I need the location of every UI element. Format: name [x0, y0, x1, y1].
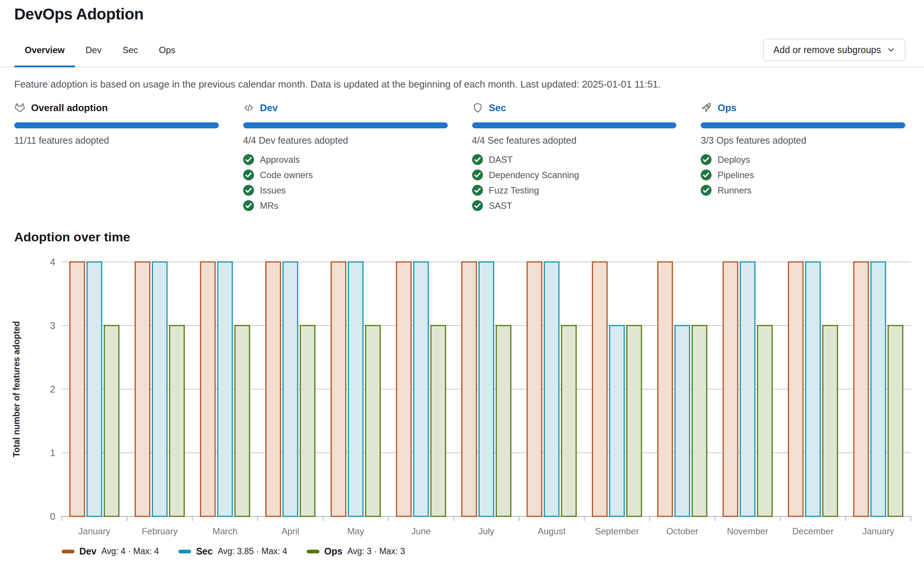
bar-dev-11[interactable] — [789, 262, 803, 516]
feature-label: SAST — [489, 201, 513, 211]
feature-label: Pipelines — [717, 170, 754, 180]
bar-ops-8[interactable] — [627, 326, 642, 516]
x-axis-label: November — [727, 526, 768, 536]
bar-sec-3[interactable] — [283, 262, 298, 516]
bar-sec-9[interactable] — [675, 326, 690, 516]
bar-sec-4[interactable] — [348, 262, 363, 516]
dev-legend-stats: Avg: 4 · Max: 4 — [101, 546, 159, 556]
feature-label: Approvals — [260, 155, 300, 165]
dev-feature-list: ApprovalsCode ownersIssuesMRs — [243, 152, 448, 213]
feature-item: DAST — [472, 152, 677, 167]
chart-legend: Dev Avg: 4 · Max: 4 Sec Avg: 3.85 · Max:… — [62, 546, 924, 557]
bar-ops-11[interactable] — [823, 326, 838, 516]
x-axis-label: December — [792, 526, 834, 536]
chart-title: Adoption over time — [14, 230, 910, 244]
card-sec: Sec 4/4 Sec features adopted DASTDepende… — [472, 101, 677, 213]
x-axis-label: January — [862, 526, 894, 536]
bar-sec-6[interactable] — [479, 262, 494, 516]
y-axis-tick-label: 0 — [50, 511, 56, 522]
bar-ops-0[interactable] — [104, 326, 119, 516]
legend-item-dev[interactable]: Dev Avg: 4 · Max: 4 — [62, 546, 159, 557]
tab-overview[interactable]: Overview — [14, 38, 75, 67]
bar-dev-10[interactable] — [723, 262, 738, 516]
dev-progress-bar — [243, 122, 448, 128]
bar-dev-1[interactable] — [135, 262, 150, 516]
y-axis-tick-label: 1 — [50, 447, 56, 458]
bar-ops-3[interactable] — [300, 326, 315, 516]
bar-dev-4[interactable] — [331, 262, 346, 516]
bar-dev-3[interactable] — [266, 262, 280, 516]
add-remove-subgroups-label: Add or remove subgroups — [773, 45, 881, 56]
tab-sec[interactable]: Sec — [112, 38, 148, 67]
tab-ops[interactable]: Ops — [148, 38, 186, 67]
bar-sec-12[interactable] — [871, 262, 885, 516]
tab-dev[interactable]: Dev — [75, 38, 112, 67]
legend-item-ops[interactable]: Ops Avg: 3 · Max: 3 — [307, 546, 405, 557]
bar-dev-6[interactable] — [462, 262, 477, 516]
y-axis-tick-label: 3 — [50, 320, 56, 331]
bar-sec-11[interactable] — [806, 262, 820, 516]
check-circle-icon — [243, 154, 254, 165]
card-title-sec-link[interactable]: Sec — [489, 102, 506, 114]
bar-sec-10[interactable] — [740, 262, 755, 516]
bar-ops-2[interactable] — [235, 326, 249, 516]
legend-item-sec[interactable]: Sec Avg: 3.85 · Max: 4 — [178, 546, 287, 557]
check-circle-icon — [700, 154, 711, 165]
bar-dev-2[interactable] — [201, 262, 215, 516]
ops-legend-stats: Avg: 3 · Max: 3 — [347, 546, 405, 556]
bar-dev-12[interactable] — [854, 262, 868, 516]
check-circle-icon — [472, 154, 483, 165]
sec-legend-swatch — [178, 550, 191, 553]
check-circle-icon — [472, 200, 483, 211]
bar-ops-1[interactable] — [170, 326, 184, 516]
tabs-nav: Overview Dev Sec Ops — [14, 38, 186, 67]
bar-ops-10[interactable] — [758, 326, 772, 516]
feature-item: MRs — [243, 198, 448, 213]
card-title-dev-link[interactable]: Dev — [260, 102, 278, 114]
feature-label: Runners — [717, 185, 752, 196]
x-axis-label: March — [213, 526, 237, 536]
bar-dev-9[interactable] — [658, 262, 672, 516]
x-axis-label: September — [595, 526, 639, 536]
x-axis-label: October — [666, 526, 698, 536]
feature-label: Code owners — [260, 170, 313, 180]
update-note: Feature adoption is based on usage in th… — [14, 78, 910, 90]
feature-label: Fuzz Testing — [489, 185, 539, 196]
feature-label: Issues — [260, 185, 286, 196]
bar-sec-5[interactable] — [414, 262, 428, 516]
adoption-cards: Overall adoption 11/11 features adopted … — [14, 101, 905, 213]
bar-dev-8[interactable] — [592, 262, 607, 516]
ops-legend-label: Ops — [324, 546, 343, 557]
bar-ops-7[interactable] — [561, 326, 576, 516]
code-icon — [243, 102, 254, 113]
bar-ops-5[interactable] — [431, 326, 446, 516]
bar-ops-12[interactable] — [888, 326, 903, 516]
bar-sec-8[interactable] — [610, 326, 624, 516]
bar-sec-7[interactable] — [544, 262, 559, 516]
bar-dev-7[interactable] — [527, 262, 542, 516]
sec-legend-label: Sec — [196, 546, 213, 557]
feature-item: Fuzz Testing — [472, 183, 677, 198]
overall-summary: 11/11 features adopted — [14, 135, 219, 146]
add-remove-subgroups-button[interactable]: Add or remove subgroups — [763, 39, 905, 61]
sec-summary: 4/4 Sec features adopted — [472, 135, 677, 146]
check-circle-icon — [243, 200, 254, 211]
feature-item: SAST — [472, 198, 677, 213]
bar-ops-4[interactable] — [366, 326, 380, 516]
card-title-ops-link[interactable]: Ops — [717, 102, 736, 114]
x-axis-label: July — [478, 526, 495, 536]
bar-dev-5[interactable] — [396, 262, 411, 516]
bar-ops-6[interactable] — [496, 326, 511, 516]
feature-item: Approvals — [243, 152, 448, 167]
dev-legend-label: Dev — [79, 546, 96, 557]
bar-sec-0[interactable] — [87, 262, 102, 516]
bar-ops-9[interactable] — [692, 326, 706, 516]
check-circle-icon — [472, 185, 483, 196]
bar-sec-2[interactable] — [218, 262, 232, 516]
bar-sec-1[interactable] — [152, 262, 167, 516]
x-axis-label: August — [538, 526, 566, 536]
bar-dev-0[interactable] — [70, 262, 84, 516]
sec-feature-list: DASTDependency ScanningFuzz TestingSAST — [472, 152, 677, 213]
x-axis-label: February — [142, 526, 178, 536]
tab-bar: Overview Dev Sec Ops Add or remove subgr… — [0, 38, 924, 68]
